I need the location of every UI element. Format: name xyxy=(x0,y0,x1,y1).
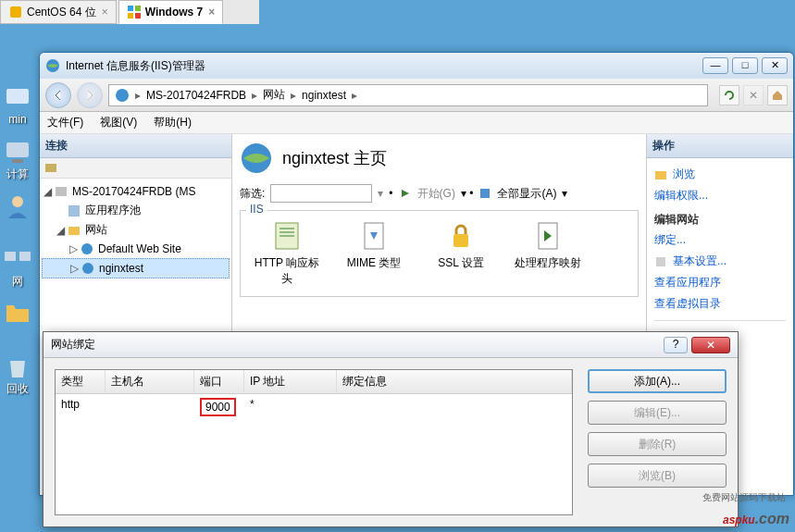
svg-point-12 xyxy=(116,89,129,102)
action-view-vdir[interactable]: 查看虚拟目录 xyxy=(654,293,786,315)
svg-rect-1 xyxy=(128,6,133,11)
feature-ssl[interactable]: SSL 设置 xyxy=(424,219,498,287)
computer-icon[interactable]: 计算 xyxy=(0,137,35,183)
collapse-icon[interactable]: ◢ xyxy=(42,185,53,198)
tree-apppool[interactable]: 应用程序池 xyxy=(42,201,230,220)
feature-http-headers[interactable]: HTTP 响应标头 xyxy=(250,219,324,287)
crumb-sites[interactable]: 网站 xyxy=(263,87,285,103)
col-port[interactable]: 端口 xyxy=(194,370,244,393)
connections-tree: ◢MS-20170424FRDB (MS 应用程序池 ◢网站 ▷Default … xyxy=(40,179,231,282)
action-edit-perm[interactable]: 编辑权限... xyxy=(654,185,786,206)
minimize-button[interactable]: — xyxy=(702,57,728,74)
menu-bar: 文件(F) 视图(V) 帮助(H) xyxy=(40,112,793,134)
network-icon[interactable]: 网 xyxy=(0,244,35,291)
table-row[interactable]: http 9000 * xyxy=(56,394,572,420)
feature-label: SSL 设置 xyxy=(424,255,498,271)
iis-icon xyxy=(45,58,60,73)
feature-mime[interactable]: MIME 类型 xyxy=(337,219,411,287)
col-host[interactable]: 主机名 xyxy=(106,370,194,393)
user-icon[interactable] xyxy=(0,191,35,237)
recycle-icon[interactable]: 回收 xyxy=(0,352,35,398)
back-button[interactable] xyxy=(45,82,71,108)
browse-button[interactable]: 浏览(B) xyxy=(588,464,727,488)
action-basic[interactable]: 基本设置... xyxy=(654,251,786,272)
svg-rect-23 xyxy=(453,234,468,247)
folder-icon[interactable] xyxy=(43,160,58,175)
svg-rect-26 xyxy=(656,257,665,266)
add-button[interactable]: 添加(A)... xyxy=(588,369,727,393)
globe-icon xyxy=(115,88,130,103)
port-highlight: 9000 xyxy=(200,398,236,416)
help-button[interactable]: ? xyxy=(664,337,688,353)
svg-rect-3 xyxy=(128,13,133,19)
handler-icon xyxy=(531,219,565,253)
expand-icon[interactable]: ▷ xyxy=(68,262,80,275)
svg-rect-13 xyxy=(45,164,56,172)
icon-label: min xyxy=(8,113,26,126)
menu-view[interactable]: 视图(V) xyxy=(100,115,137,130)
action-bindings[interactable]: 绑定... xyxy=(654,229,786,251)
collapse-icon[interactable]: ◢ xyxy=(55,224,66,237)
stop-button[interactable]: ✕ xyxy=(743,85,764,105)
explorer-icon xyxy=(654,168,667,181)
crumb-host[interactable]: MS-20170424FRDB xyxy=(146,89,246,102)
crumb-site[interactable]: nginxtest xyxy=(302,89,346,102)
apppool-icon xyxy=(67,204,81,218)
vm-tab-windows[interactable]: Windows 7 × xyxy=(118,0,224,24)
go-icon[interactable] xyxy=(399,187,412,200)
edit-button[interactable]: 编辑(E)... xyxy=(588,401,727,425)
home-button[interactable] xyxy=(767,85,788,105)
maximize-button[interactable]: □ xyxy=(732,57,758,74)
start-label[interactable]: 开始(G) xyxy=(417,186,455,202)
http-icon xyxy=(270,219,304,253)
folder-icon[interactable] xyxy=(0,298,35,344)
windows-icon xyxy=(127,5,142,19)
close-icon[interactable]: × xyxy=(102,6,108,19)
showall-icon[interactable] xyxy=(478,187,491,200)
tree-nginxtest[interactable]: ▷nginxtest xyxy=(42,258,230,278)
icon-label: 计算 xyxy=(6,167,29,182)
action-label: 查看应用程序 xyxy=(654,275,721,291)
globe-icon xyxy=(81,261,95,276)
forward-button[interactable] xyxy=(77,82,103,108)
expand-icon[interactable]: ▷ xyxy=(68,242,79,255)
feature-label: MIME 类型 xyxy=(337,255,411,271)
refresh-icon xyxy=(723,89,736,102)
showall-label[interactable]: 全部显示(A) xyxy=(497,186,556,202)
sites-icon xyxy=(67,223,81,238)
actions-header: 操作 xyxy=(647,134,793,158)
tree-host[interactable]: ◢MS-20170424FRDB (MS xyxy=(42,182,230,201)
col-type[interactable]: 类型 xyxy=(56,370,106,393)
svg-rect-15 xyxy=(68,205,80,217)
globe-icon xyxy=(240,142,273,175)
desktop-icon[interactable]: min xyxy=(0,83,35,130)
tree-sites[interactable]: ◢网站 xyxy=(42,220,230,240)
tree-label: MS-20170424FRDB (MS xyxy=(72,185,195,198)
col-ip[interactable]: IP 地址 xyxy=(244,370,337,393)
close-button[interactable]: ✕ xyxy=(691,337,730,353)
refresh-button[interactable] xyxy=(719,85,739,105)
cell-type: http xyxy=(56,394,106,420)
tree-default-site[interactable]: ▷Default Web Site xyxy=(42,240,230,258)
action-view-app[interactable]: 查看应用程序 xyxy=(654,272,786,293)
svg-rect-0 xyxy=(10,6,21,18)
menu-help[interactable]: 帮助(H) xyxy=(154,115,192,130)
delete-button[interactable]: 删除(R) xyxy=(588,432,727,456)
filter-input[interactable] xyxy=(270,184,372,203)
action-label: 编辑权限... xyxy=(654,188,708,204)
close-icon[interactable]: × xyxy=(208,6,215,19)
col-bind[interactable]: 绑定信息 xyxy=(337,370,572,393)
svg-rect-7 xyxy=(12,159,23,163)
close-button[interactable]: ✕ xyxy=(762,57,788,74)
svg-rect-10 xyxy=(19,252,31,261)
action-browse[interactable]: 浏览 xyxy=(654,164,786,185)
svg-rect-6 xyxy=(6,142,29,157)
vm-tab-centos[interactable]: CentOS 64 位 × xyxy=(0,0,117,24)
vm-tab-label: Windows 7 xyxy=(145,6,204,19)
bindings-table[interactable]: 类型 主机名 端口 IP 地址 绑定信息 http 9000 * xyxy=(55,369,573,515)
lock-icon xyxy=(444,219,478,253)
address-bar[interactable]: ▸ MS-20170424FRDB ▸ 网站 ▸ nginxtest ▸ xyxy=(108,84,708,106)
iis-group: IIS HTTP 响应标头 MIME 类型 SSL 设置 处理程序映射 xyxy=(240,210,639,297)
feature-handler[interactable]: 处理程序映射 xyxy=(511,219,585,287)
menu-file[interactable]: 文件(F) xyxy=(47,115,83,130)
